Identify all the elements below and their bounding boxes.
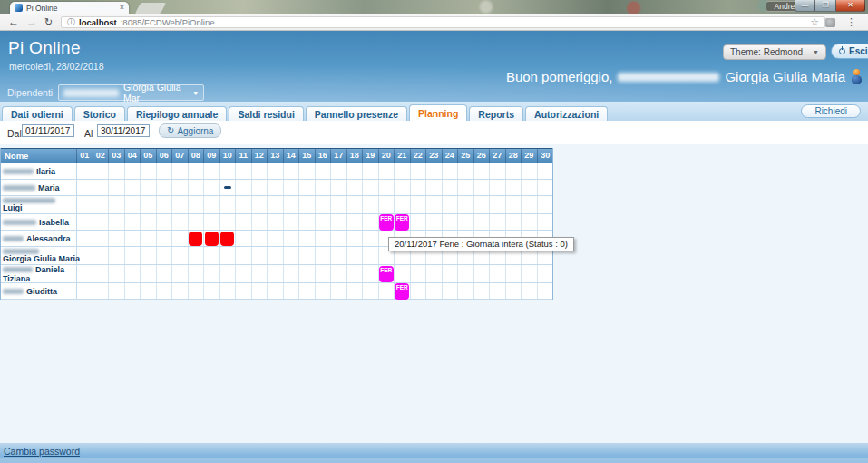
day-cell[interactable]: [316, 163, 332, 179]
day-cell[interactable]: [236, 163, 252, 179]
day-cell[interactable]: [538, 163, 554, 179]
day-cell[interactable]: [204, 231, 220, 246]
day-cell[interactable]: [77, 265, 93, 282]
day-cell[interactable]: [204, 265, 220, 282]
event-red-marker[interactable]: [220, 232, 234, 246]
day-cell[interactable]: [77, 231, 93, 246]
day-cell[interactable]: [299, 214, 316, 230]
day-cell[interactable]: [299, 163, 316, 179]
change-password-link[interactable]: Cambia password: [4, 446, 80, 457]
day-cell[interactable]: [458, 283, 474, 299]
day-cell[interactable]: [443, 265, 459, 282]
day-cell[interactable]: [141, 247, 157, 264]
day-cell[interactable]: [141, 196, 157, 213]
day-cell[interactable]: [316, 180, 332, 195]
day-cell[interactable]: [157, 265, 173, 282]
day-cell[interactable]: [252, 214, 268, 230]
tab-reports[interactable]: Reports: [469, 106, 523, 121]
day-cell[interactable]: [347, 214, 364, 230]
day-cell[interactable]: [474, 163, 491, 179]
day-cell[interactable]: [284, 196, 300, 213]
day-cell[interactable]: [458, 214, 474, 230]
day-cell[interactable]: FER: [395, 283, 411, 299]
richiedi-button[interactable]: Richiedi: [801, 104, 861, 118]
day-cell[interactable]: [522, 283, 538, 299]
day-cell[interactable]: [363, 231, 379, 246]
day-cell[interactable]: [236, 214, 252, 230]
tab-storico[interactable]: Storico: [74, 106, 125, 121]
day-cell[interactable]: [236, 196, 252, 213]
day-cell[interactable]: [252, 163, 268, 179]
event-fer-marker[interactable]: FER: [379, 214, 394, 231]
day-cell[interactable]: [522, 214, 538, 230]
day-cell[interactable]: [316, 231, 332, 246]
day-cell[interactable]: [331, 283, 347, 299]
day-cell[interactable]: [157, 214, 173, 230]
page-info-icon[interactable]: ⓘ: [67, 18, 75, 26]
window-maximize-button[interactable]: ❐: [814, 0, 836, 12]
day-cell[interactable]: [236, 283, 252, 299]
day-cell[interactable]: [379, 180, 395, 195]
day-cell[interactable]: FER: [379, 214, 395, 230]
day-cell[interactable]: [363, 180, 379, 195]
day-cell[interactable]: [109, 180, 125, 195]
day-cell[interactable]: [331, 196, 347, 213]
day-cell[interactable]: [363, 163, 379, 179]
day-cell[interactable]: [77, 163, 93, 179]
day-cell[interactable]: [522, 180, 538, 195]
day-cell[interactable]: [77, 196, 93, 213]
day-cell[interactable]: [284, 231, 300, 246]
day-cell[interactable]: [204, 196, 220, 213]
dal-date-input[interactable]: [22, 124, 74, 137]
event-red-marker[interactable]: [189, 232, 202, 246]
day-cell[interactable]: [284, 163, 300, 179]
day-cell[interactable]: [522, 163, 538, 179]
day-cell[interactable]: [458, 196, 474, 213]
day-cell[interactable]: [316, 265, 332, 282]
day-cell[interactable]: [252, 196, 268, 213]
day-cell[interactable]: [141, 163, 157, 179]
day-cell[interactable]: [284, 180, 300, 195]
day-cell[interactable]: [299, 196, 316, 213]
day-cell[interactable]: [268, 265, 284, 282]
day-cell[interactable]: [506, 163, 522, 179]
day-cell[interactable]: [109, 196, 125, 213]
logout-button[interactable]: Esci: [831, 44, 868, 59]
day-cell[interactable]: [220, 214, 237, 230]
day-cell[interactable]: [157, 247, 173, 264]
day-cell[interactable]: [236, 231, 252, 246]
day-cell[interactable]: [220, 265, 237, 282]
day-cell[interactable]: [252, 283, 268, 299]
day-cell[interactable]: [172, 196, 189, 213]
day-cell[interactable]: [522, 265, 538, 282]
day-cell[interactable]: [109, 163, 125, 179]
day-cell[interactable]: [363, 247, 379, 264]
day-cell[interactable]: [474, 214, 491, 230]
day-cell[interactable]: [299, 247, 316, 264]
day-cell[interactable]: [77, 283, 93, 299]
day-cell[interactable]: [252, 247, 268, 264]
day-cell[interactable]: [284, 214, 300, 230]
day-cell[interactable]: [490, 214, 506, 230]
day-cell[interactable]: [141, 180, 157, 195]
day-cell[interactable]: [268, 214, 284, 230]
day-cell[interactable]: [125, 214, 141, 230]
day-cell[interactable]: [379, 196, 395, 213]
day-cell[interactable]: [157, 163, 173, 179]
day-cell[interactable]: [157, 180, 173, 195]
day-cell[interactable]: [125, 196, 141, 213]
day-cell[interactable]: [443, 180, 459, 195]
browser-menu-icon[interactable]: ⋮: [846, 16, 855, 28]
tab-close-icon[interactable]: ×: [120, 4, 124, 12]
day-cell[interactable]: [204, 283, 220, 299]
day-cell[interactable]: [347, 163, 364, 179]
day-cell[interactable]: [299, 231, 316, 246]
day-cell[interactable]: [125, 180, 141, 195]
event-red-marker[interactable]: [205, 232, 219, 246]
day-cell[interactable]: [411, 283, 427, 299]
day-cell[interactable]: [93, 214, 110, 230]
day-cell[interactable]: [252, 180, 268, 195]
day-cell[interactable]: [204, 163, 220, 179]
day-cell[interactable]: [347, 247, 364, 264]
day-cell[interactable]: [316, 214, 332, 230]
